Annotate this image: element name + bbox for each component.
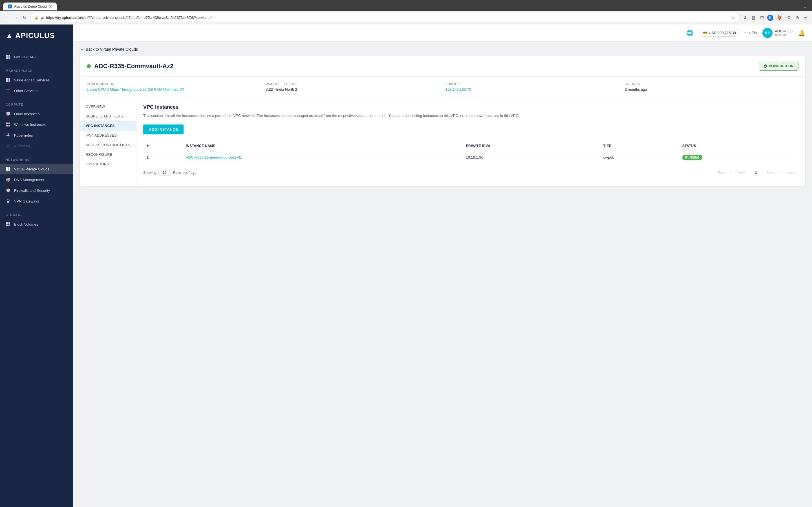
exchange-icon: ⇄: [41, 16, 44, 20]
back-link-text: Back to Virtual Private Clouds: [86, 47, 138, 52]
row-tier: cv-pub: [600, 151, 679, 164]
toolbar-extension1-icon[interactable]: 🦊: [776, 14, 783, 21]
svg-rect-7: [8, 80, 10, 82]
main-area: 🌐 💳 USD 999,715.38 ⟷ EN KP ADC-R335 Apic…: [73, 24, 812, 507]
vpc-instances-section: VPC Instances This section lists all the…: [137, 98, 805, 186]
storage-title: STORAGE: [0, 213, 73, 219]
vpc-nav-subnets-and-tiers[interactable]: SUBNETS AND TIERS: [80, 112, 136, 121]
linux-instances-label: Linux Instances: [14, 112, 40, 116]
user-subtitle: Apiculus: [775, 33, 793, 37]
block-volumes-label: Block Volumes: [14, 222, 38, 226]
browser-chrome: A Apiculus Demo Cloud ✕ + ⌄: [0, 0, 812, 11]
powered-on-button[interactable]: ⏻ POWERED ON: [759, 62, 799, 71]
sidebar-item-vpn-gateways[interactable]: VPN Gateways: [0, 196, 73, 207]
kubernetes-icon: [6, 133, 11, 138]
back-link[interactable]: ← Back to Virtual Private Clouds: [80, 47, 805, 52]
sidebar-section-storage: STORAGE Block Volumes: [0, 209, 73, 232]
app-container: ▲ APICULUS DASHBOARD MARKETPLACE: [0, 24, 812, 507]
rows-per-page-label: Rows per Page: [173, 171, 196, 175]
star-icon[interactable]: ☆: [731, 15, 735, 20]
toolbar-menu-icon[interactable]: ☰: [802, 14, 809, 21]
close-tab-button[interactable]: ✕: [49, 4, 52, 9]
svg-rect-35: [8, 224, 10, 226]
lock-icon: 🔒: [35, 16, 39, 20]
vpc-nav-reconfigure[interactable]: RECONFIGURE: [80, 150, 136, 159]
user-menu[interactable]: KP ADC-R335 Apiculus: [762, 28, 793, 38]
toolbar-extensions-icon[interactable]: ⊕: [794, 14, 800, 21]
back-button[interactable]: ←: [3, 14, 10, 21]
prev-page-button[interactable]: ‹ Prev: [733, 170, 747, 175]
firewall-icon: [6, 188, 11, 193]
vpn-icon: [6, 199, 11, 204]
compute-title: COMPUTE: [0, 103, 73, 108]
toolbar-k-icon[interactable]: K: [767, 15, 773, 21]
language-selector[interactable]: ⟷ EN: [745, 31, 757, 35]
vpc-card: ADC-R335-Commvault-Az2 ⏻ POWERED ON CONF…: [80, 56, 805, 186]
active-tab[interactable]: A Apiculus Demo Cloud ✕: [3, 3, 57, 10]
toolbar-sidebar-icon[interactable]: ▦: [750, 14, 757, 21]
toolbar-extension2-icon[interactable]: ⚙: [786, 14, 792, 21]
meta-created: CREATED 2 months ago: [625, 82, 799, 92]
windows-instances-icon: [6, 122, 11, 127]
add-instance-button[interactable]: ADD INSTANCE: [143, 124, 184, 134]
svg-rect-3: [8, 57, 10, 59]
col-private-ipv4: PRIVATE IPV4: [462, 141, 600, 151]
forward-button[interactable]: →: [12, 14, 19, 21]
rows-per-page-input[interactable]: [158, 170, 171, 176]
sidebar-item-dashboard[interactable]: DASHBOARD: [0, 52, 73, 62]
row-status: RUNNING: [679, 151, 799, 164]
col-num: #: [143, 141, 183, 151]
sidebar-item-other-services[interactable]: Other Services: [0, 86, 73, 96]
tab-title: Apiculus Demo Cloud: [14, 4, 47, 8]
separator-1: |: [728, 170, 732, 175]
user-avatar: KP: [762, 28, 772, 38]
meta-availability-zone: AVAILABILITY ZONE AZ2 - India North 2: [266, 82, 440, 92]
svg-rect-32: [6, 222, 8, 224]
tab-overflow-icon[interactable]: ⌄: [802, 2, 809, 11]
reload-button[interactable]: ↻: [21, 14, 28, 21]
top-header: 🌐 💳 USD 999,715.38 ⟷ EN KP ADC-R335 Apic…: [73, 24, 812, 41]
sidebar-item-firewalls-and-security[interactable]: Firewalls and Security: [0, 185, 73, 196]
notifications-bell-icon[interactable]: 🔔: [798, 30, 805, 36]
showing-label: Showing: [143, 171, 156, 175]
svg-rect-34: [6, 224, 8, 226]
kubernetes-label: Kubernetes: [14, 133, 33, 137]
vpc-nav-vpc-instances[interactable]: VPC INSTANCES: [80, 121, 136, 131]
marketplace-title: MARKETPLACE: [0, 69, 73, 75]
sidebar-item-linux-instances[interactable]: Linux Instances: [0, 108, 73, 119]
vpc-nav-access-control-lists[interactable]: ACCESS CONTROL LISTS: [80, 140, 136, 150]
vpc-nav-ipv4-addresses[interactable]: IPV4 ADDRESSES: [80, 131, 136, 140]
vpc-nav-operations[interactable]: OPERATIONS: [80, 159, 136, 169]
sidebar-item-value-added-services[interactable]: Value Added Services: [0, 75, 73, 86]
next-page-button[interactable]: Next ›: [765, 170, 779, 175]
last-page-button[interactable]: Last »: [785, 170, 799, 175]
separator-3: |: [760, 170, 764, 175]
toolbar-download-icon[interactable]: ⬇: [742, 14, 748, 21]
globe-icon[interactable]: 🌐: [686, 30, 693, 36]
svg-rect-0: [6, 55, 8, 57]
balance-display[interactable]: 💳 USD 999,715.38: [699, 29, 740, 37]
toolbar-reader-icon[interactable]: ⊡: [759, 14, 765, 21]
sidebar-item-autoscale: Autoscale: [0, 140, 73, 151]
sidebar-item-block-volumes[interactable]: Block Volumes: [0, 219, 73, 230]
vpc-nav-overview[interactable]: OVERVIEW: [80, 102, 136, 112]
config-value: 1 core CPU 0 Mbps Throughput 0.25 GB RAM…: [87, 87, 260, 92]
az-label: AVAILABILITY ZONE: [266, 82, 440, 86]
meta-configuration: CONFIGURATION 1 core CPU 0 Mbps Throughp…: [87, 82, 260, 92]
first-page-button[interactable]: First: [716, 170, 727, 175]
value-added-services-icon: [6, 77, 11, 82]
new-tab-button[interactable]: +: [58, 4, 60, 9]
windows-instances-label: Windows Instances: [14, 122, 46, 127]
address-bar[interactable]: 🔒 ⇄ https://try.apiculus.io/site/#/virtu…: [30, 13, 740, 22]
sidebar-item-virtual-private-clouds[interactable]: Virtual Private Clouds: [0, 164, 73, 174]
sidebar-item-dns-management[interactable]: DNS Management: [0, 174, 73, 185]
wallet-icon: 💳: [703, 31, 707, 35]
firewalls-label: Firewalls and Security: [14, 188, 50, 193]
instance-name-link[interactable]: ADC-R335-11-general-purpose-01: [186, 155, 242, 159]
sidebar-item-windows-instances[interactable]: Windows Instances: [0, 119, 73, 130]
vpc-body: OVERVIEW SUBNETS AND TIERS VPC INSTANCES…: [80, 98, 805, 186]
config-label: CONFIGURATION: [87, 82, 260, 86]
balance-amount: USD 999,715.38: [709, 31, 736, 35]
vpn-label: VPN Gateways: [14, 199, 39, 203]
sidebar-item-kubernetes[interactable]: Kubernetes: [0, 130, 73, 140]
